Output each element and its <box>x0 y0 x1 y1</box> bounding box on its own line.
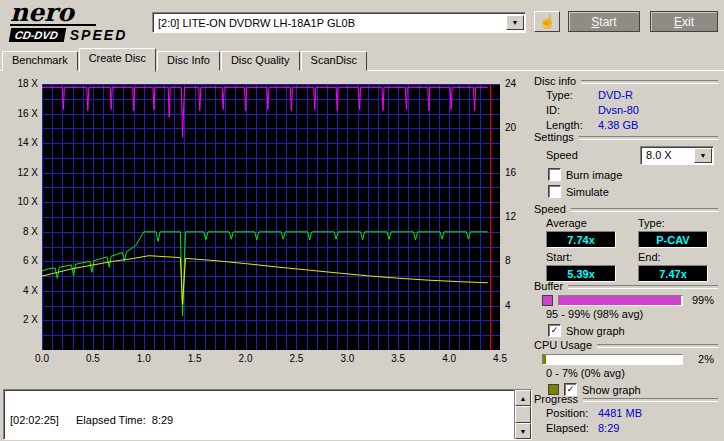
tab-scandisc[interactable]: ScanDisc <box>301 51 367 71</box>
y-axis-left-tick: 14 X <box>4 138 38 148</box>
simulate-row: Simulate <box>534 185 718 198</box>
start-label: Start: <box>546 251 616 263</box>
elapsed-row: Elapsed:8:29 <box>534 420 718 435</box>
exit-button[interactable]: Exit <box>650 11 718 32</box>
cpu-usage-section: CPU Usage 2% 0 - 7% (0% avg) ✓ Show grap… <box>534 338 718 396</box>
scroll-down-button[interactable]: ▼ <box>515 423 531 439</box>
disc-id-value: Dvsn-80 <box>598 104 639 116</box>
write-type-value: P-CAV <box>638 231 708 248</box>
speed-word: SPEED <box>70 27 127 43</box>
log-lines: [02:02:25]Elapsed Time: 8:29 [02:10:37]C… <box>4 390 514 439</box>
x-axis-tick: 4.0 <box>438 354 460 364</box>
settings-title: Settings <box>534 131 574 143</box>
speed-select[interactable]: 8.0 X ▼ <box>640 146 714 165</box>
progress-title: Progress <box>534 393 578 405</box>
average-speed-value: 7.74x <box>546 231 616 248</box>
x-axis-tick: 0.0 <box>31 354 53 364</box>
nero-brand-text: nero <box>10 1 96 26</box>
scroll-up-button[interactable]: ▲ <box>515 390 531 406</box>
drive-select[interactable]: [2:0] LITE-ON DVDRW LH-18A1P GL0B ▼ <box>152 12 526 33</box>
position-row: Position:4481 MB <box>534 405 718 420</box>
buffer-meter-fill <box>559 296 681 305</box>
y-axis-left-tick: 10 X <box>4 197 38 207</box>
y-axis-left-tick: 8 X <box>4 227 38 237</box>
speed-values-grid: Average Type: 7.74x P-CAV Start: End: 5.… <box>534 217 718 281</box>
series-write-speed <box>42 232 488 316</box>
cpu-percent: 2% <box>688 353 714 365</box>
series-rotation-speed <box>42 256 488 305</box>
buffer-show-graph-checkbox[interactable]: ✓ <box>548 324 561 337</box>
y-axis-right-tick: 4 <box>505 301 527 311</box>
buffer-title: Buffer <box>534 280 563 292</box>
type-label: Type: <box>638 217 708 229</box>
divider <box>571 208 718 212</box>
cd-dvd-speed-logo: CD-DVD SPEED <box>10 27 127 43</box>
divider <box>597 344 718 348</box>
tab-disc-info[interactable]: Disc Info <box>157 51 220 71</box>
simulate-checkbox[interactable] <box>548 185 561 198</box>
x-axis-tick: 3.5 <box>387 354 409 364</box>
buffer-show-graph-label: Show graph <box>566 325 625 337</box>
cd-dvd-badge: CD-DVD <box>9 28 66 42</box>
x-axis-tick: 0.5 <box>82 354 104 364</box>
buffer-show-graph-row: ✓ Show graph <box>534 324 718 337</box>
progress-section: Progress Position:4481 MB Elapsed:8:29 <box>534 392 718 435</box>
tab-create-disc[interactable]: Create Disc <box>79 48 156 72</box>
disc-info-section: Disc info Type:DVD-R ID:Dvsn-80 Length:4… <box>534 74 718 132</box>
start-button[interactable]: Start <box>568 11 640 32</box>
buffer-meter <box>558 295 683 306</box>
x-axis-tick: 1.0 <box>133 354 155 364</box>
log-scrollbar[interactable]: ▲ ▼ <box>514 390 531 439</box>
position-value: 4481 MB <box>598 407 642 419</box>
x-axis-tick: 4.5 <box>489 354 511 364</box>
nero-logo: nero CD-DVD SPEED <box>10 1 127 43</box>
position-label: Position: <box>546 407 598 419</box>
options-hand-button[interactable]: ☝ <box>534 11 560 32</box>
divider <box>568 285 718 289</box>
series-buffer-level <box>42 87 488 137</box>
burn-image-label: Burn image <box>566 169 622 181</box>
scrollbar-thumb[interactable] <box>515 406 531 423</box>
disc-type-value: DVD-R <box>598 89 633 101</box>
y-axis-left-tick: 6 X <box>4 256 38 266</box>
tab-bar: Benchmark Create Disc Disc Info Disc Qua… <box>2 50 368 71</box>
arrow-up-icon: ▲ <box>520 395 527 402</box>
divider <box>583 398 718 402</box>
app-window: nero CD-DVD SPEED [2:0] LITE-ON DVDRW LH… <box>0 0 724 441</box>
y-axis-left-tick: 18 X <box>4 79 38 89</box>
disc-id-row: ID:Dvsn-80 <box>534 102 718 117</box>
speed-setting-label: Speed <box>546 149 640 161</box>
cpu-usage-title: CPU Usage <box>534 339 592 351</box>
cpu-meter-fill <box>543 355 546 364</box>
drive-select-value: [2:0] LITE-ON DVDRW LH-18A1P GL0B <box>153 17 506 29</box>
y-axis-right-tick: 12 <box>505 212 527 222</box>
sidebar: Disc info Type:DVD-R ID:Dvsn-80 Length:4… <box>534 72 720 441</box>
speed-select-dropdown-button[interactable]: ▼ <box>694 148 712 163</box>
burn-image-checkbox[interactable] <box>548 168 561 181</box>
settings-section: Settings Speed 8.0 X ▼ Burn image Simula… <box>534 130 718 198</box>
disc-info-title: Disc info <box>534 75 576 87</box>
drive-select-dropdown-button[interactable]: ▼ <box>506 15 524 30</box>
chart-plot-area <box>42 84 500 350</box>
end-label: End: <box>638 251 708 263</box>
buffer-legend-swatch <box>542 295 553 306</box>
tab-disc-quality[interactable]: Disc Quality <box>221 51 300 71</box>
header: nero CD-DVD SPEED [2:0] LITE-ON DVDRW LH… <box>0 0 724 46</box>
y-axis-right-tick: 8 <box>505 256 527 266</box>
disc-id-label: ID: <box>546 104 598 116</box>
cpu-meter-row: 2% <box>534 353 718 365</box>
log-line: [02:02:25]Elapsed Time: 8:29 <box>10 415 512 426</box>
x-axis-tick: 1.5 <box>184 354 206 364</box>
x-axis-tick: 2.5 <box>285 354 307 364</box>
event-log: [02:02:25]Elapsed Time: 8:29 [02:10:37]C… <box>3 389 532 440</box>
chevron-down-icon: ▼ <box>512 19 519 26</box>
arrow-down-icon: ▼ <box>520 428 527 435</box>
y-axis-right-tick: 24 <box>505 79 527 89</box>
disc-type-row: Type:DVD-R <box>534 87 718 102</box>
divider <box>581 80 718 84</box>
divider <box>579 136 718 140</box>
tab-benchmark[interactable]: Benchmark <box>2 51 78 71</box>
buffer-meter-row: 99% <box>534 294 718 306</box>
disc-length-label: Length: <box>546 119 598 131</box>
speed-title: Speed <box>534 203 566 215</box>
